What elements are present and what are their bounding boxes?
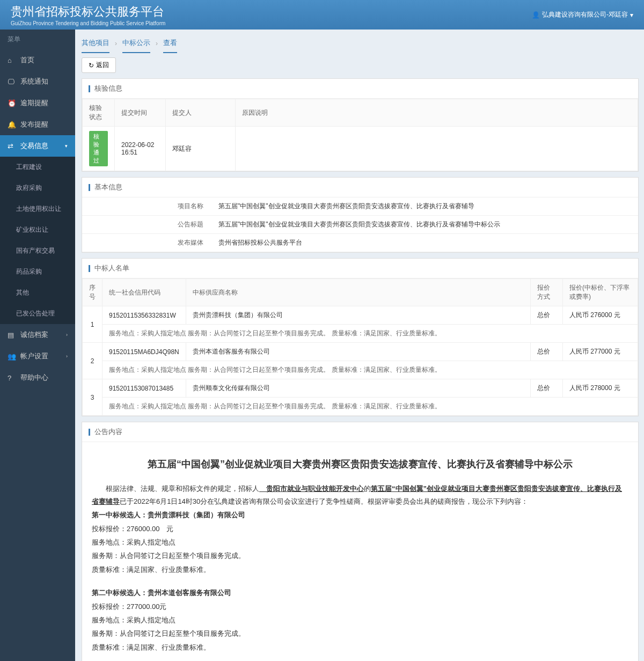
bell-icon: 🔔 (8, 121, 15, 128)
sidebar-item-account[interactable]: 👥帐户设置› (0, 346, 75, 367)
cell-price: 人民币 277000 元 (563, 343, 638, 361)
breadcrumb: 其他项目 › 中标公示 › 查看 (78, 35, 639, 53)
breadcrumb-sep: › (156, 40, 158, 52)
cell-code: 91520115MA6DJ4Q98N (103, 343, 186, 361)
help-icon: ? (8, 374, 15, 381)
breadcrumb-a[interactable]: 其他项目 (82, 38, 109, 53)
breadcrumb-sep: › (115, 40, 117, 52)
sidebar-item-trade[interactable]: ⇄交易信息▾ (0, 135, 75, 157)
panel-head: 公告内容 (82, 422, 638, 442)
sidebar-sub-drug[interactable]: 药品采购 (0, 261, 75, 282)
candidate1-svc: 服务期：从合同签订之日起至整个项目服务完成。 (92, 549, 628, 562)
sidebar-item-home[interactable]: ⌂首页 (0, 49, 75, 71)
status-badge: 核验通过 (89, 131, 108, 166)
cell-detail: 服务地点：采购人指定地点 服务期：从合同签订之日起至整个项目服务完成。 质量标准… (103, 325, 638, 343)
candidate2-loc: 服务地点：采购人指定地点 (92, 614, 628, 626)
sidebar-item-label: 国有产权交易 (16, 246, 55, 255)
cell-no: 2 (83, 343, 103, 379)
chevron-down-icon: ▾ (65, 143, 68, 149)
intro-buyer: 贵阳市就业与职业技能开发中心 (259, 484, 364, 493)
folder-icon: ▤ (8, 331, 15, 339)
monitor-icon: 🖵 (8, 78, 15, 85)
panel-title: 基本信息 (94, 182, 122, 192)
panel-title: 核验信息 (94, 84, 122, 93)
label-media: 发布媒体 (82, 234, 211, 252)
cell-detail: 服务地点：采购人指定地点 服务期：从合同签订之日起至整个项目服务完成。 质量标准… (103, 398, 638, 416)
cell-time: 2022-06-02 16:51 (115, 127, 166, 171)
label-ann-title: 公告标题 (82, 216, 211, 233)
th-no: 序号 (83, 279, 103, 306)
sidebar-item-label: 其他 (16, 288, 29, 297)
sidebar-item-label: 政府采购 (16, 183, 42, 193)
user-icon: 👥 (8, 352, 15, 360)
caret-down-icon: ▾ (630, 11, 633, 19)
breadcrumb-c[interactable]: 查看 (163, 38, 177, 53)
back-label: 返回 (96, 61, 109, 70)
back-button[interactable]: ↻返回 (82, 57, 116, 73)
notice-intro: 根据法律、法规、规章和招标文件的规定，招标人 贵阳市就业与职业技能开发中心的第五… (92, 482, 628, 508)
cell-no: 3 (83, 379, 103, 416)
candidate1-title: 第一中标候选人：贵州贵漂科技（集团）有限公司 (92, 509, 628, 521)
sidebar-item-label: 帐户设置 (20, 351, 48, 361)
sidebar-item-label: 矿业权出让 (16, 225, 48, 234)
exchange-icon: ⇄ (8, 142, 15, 150)
cell-no: 1 (83, 306, 103, 343)
sidebar-sub-gov[interactable]: 政府采购 (0, 178, 75, 199)
site-subtitle: GuiZhou Province Tendering and Bidding P… (11, 20, 165, 26)
sidebar-sub-land[interactable]: 土地使用权出让 (0, 199, 75, 219)
sidebar-item-sysnotice[interactable]: 🖵系统通知 (0, 71, 75, 92)
sidebar-item-help[interactable]: ?帮助中心 (0, 367, 75, 388)
candidate1-price: 投标报价：276000.00 元 (92, 523, 628, 535)
cell-method: 总价 (531, 306, 563, 325)
cell-person: 邓廷容 (166, 127, 236, 171)
cell-detail: 服务地点：采购人指定地点 服务期：从合同签订之日起至整个项目服务完成。 质量标准… (103, 361, 638, 379)
th-reason: 原因说明 (236, 99, 638, 127)
panel-head: 基本信息 (82, 178, 638, 197)
home-icon: ⌂ (8, 56, 15, 64)
sidebar-sub-sent[interactable]: 已发公告处理 (0, 303, 75, 324)
panel-notice: 公告内容 第五届“中国创翼”创业促就业项目大赛贵州赛区贵阳贵安选拔赛宣传、比赛执… (82, 422, 639, 661)
sidebar: 菜单 ⌂首页 🖵系统通知 ⏰逾期提醒 🔔发布提醒 ⇄交易信息▾ 工程建设 政府采… (0, 30, 75, 661)
sidebar-sub-state[interactable]: 国有产权交易 (0, 240, 75, 261)
candidate2-title: 第二中标候选人：贵州本道创客服务有限公司 (92, 586, 628, 599)
cell-code: 91520115356332831W (103, 306, 186, 325)
table-detail-row: 服务地点：采购人指定地点 服务期：从合同签订之日起至整个项目服务完成。 质量标准… (83, 398, 638, 416)
panel-basic-info: 基本信息 项目名称第五届"中国创翼"创业促就业项目大赛贵州赛区贵阳贵安选拔赛宣传… (82, 177, 639, 253)
user-menu[interactable]: 👤 弘典建设咨询有限公司-邓廷容 ▾ (532, 10, 633, 19)
sidebar-item-publish[interactable]: 🔔发布提醒 (0, 114, 75, 135)
sidebar-sub-other[interactable]: 其他 (0, 282, 75, 303)
sidebar-sub-mine[interactable]: 矿业权出让 (0, 219, 75, 240)
notice-body: 第五届“中国创翼”创业促就业项目大赛贵州赛区贵阳贵安选拔赛宣传、比赛执行及省赛辅… (82, 442, 638, 661)
clock-icon: ⏰ (8, 99, 15, 107)
cell-name: 贵州顺泰文化传媒有限公司 (186, 379, 530, 398)
intro-text: 的 (364, 484, 371, 493)
th-method: 报价方式 (531, 279, 563, 306)
cell-reason (236, 127, 638, 171)
sidebar-item-label: 系统通知 (20, 77, 48, 86)
chevron-right-icon: › (66, 332, 68, 337)
th-status: 核验状态 (83, 99, 115, 127)
cell-name: 贵州本道创客服务有限公司 (186, 343, 530, 361)
sidebar-item-label: 土地使用权出让 (16, 204, 61, 214)
panel-title: 公告内容 (94, 427, 122, 437)
candidate2-price: 投标报价：277000.00元 (92, 600, 628, 613)
cell-method: 总价 (531, 379, 563, 398)
cell-price: 人民币 278000 元 (563, 379, 638, 398)
cell-price: 人民币 276000 元 (563, 306, 638, 325)
sidebar-item-label: 工程建设 (16, 163, 42, 172)
th-code: 统一社会信用代码 (103, 279, 186, 306)
intro-text: 根据法律、法规、规章和招标文件的规定，招标人 (106, 484, 259, 493)
table-row: 3 915201153087013485 贵州顺泰文化传媒有限公司 总价 人民币… (83, 379, 638, 398)
candidate1-qual: 质量标准：满足国家、行业质量标准。 (92, 563, 628, 576)
sidebar-item-overdue[interactable]: ⏰逾期提醒 (0, 92, 75, 114)
site-title: 贵州省招标投标公共服务平台 (11, 4, 165, 20)
sidebar-sub-eng[interactable]: 工程建设 (0, 157, 75, 178)
header: 贵州省招标投标公共服务平台 GuiZhou Province Tendering… (0, 0, 644, 30)
sidebar-item-label: 诚信档案 (20, 330, 48, 340)
sidebar-menu-label: 菜单 (0, 30, 75, 49)
breadcrumb-b[interactable]: 中标公示 (122, 38, 150, 53)
sidebar-item-integrity[interactable]: ▤诚信档案› (0, 324, 75, 346)
panel-title: 中标人名单 (94, 263, 129, 273)
val-project-name: 第五届"中国创翼"创业促就业项目大赛贵州赛区贵阳贵安选拔赛宣传、比赛执行及省赛辅… (211, 197, 638, 215)
th-price: 报价(中标价、下浮率或费率) (563, 279, 638, 306)
